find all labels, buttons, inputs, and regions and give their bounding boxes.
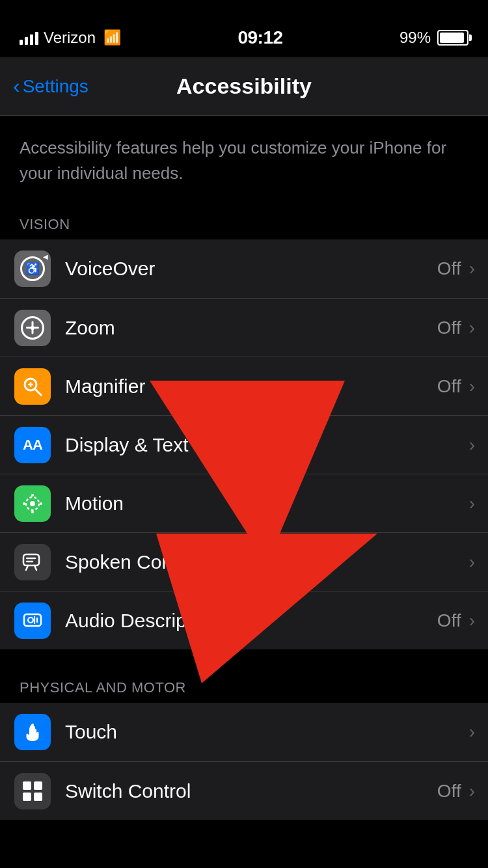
magnifier-row[interactable]: Magnifier Off › [0,357,488,415]
voiceover-row[interactable]: ♿ VoiceOver Off › [0,239,488,298]
zoom-chevron-icon: › [469,318,475,338]
spoken-content-row[interactable]: Spoken Content › [0,532,488,591]
switch-control-chevron-icon: › [469,781,475,802]
switch-control-value: Off [437,781,461,802]
spoken-content-label: Spoken Content [65,551,205,573]
vision-section-header: VISION [0,206,488,239]
svg-point-7 [31,511,34,513]
status-right: 99% [400,29,468,47]
voiceover-label: VoiceOver [65,258,155,280]
touch-icon [14,714,51,750]
display-text-chevron-icon: › [469,435,475,455]
magnifier-value: Off [437,376,461,397]
voiceover-chevron-icon: › [469,258,475,279]
signal-bars-icon [20,31,38,45]
magnifier-svg-icon [22,376,43,397]
audio-descriptions-icon [14,603,51,639]
display-text-label: Display & Text Size [65,434,232,456]
svg-point-14 [28,617,33,623]
motion-row[interactable]: Motion › [0,474,488,532]
zoom-icon [14,310,51,346]
switch-control-grid-icon [23,781,42,801]
svg-point-6 [31,494,34,496]
touch-row[interactable]: Touch › [0,703,488,761]
motion-label: Motion [65,493,124,515]
svg-line-1 [35,389,41,395]
magnifier-chevron-icon: › [469,376,475,397]
navigation-bar: ‹ Settings Accessibility [0,57,488,116]
vision-settings-group: ♿ VoiceOver Off › Zoom [0,239,488,649]
carrier-label: Verizon [44,29,96,47]
motion-chevron-icon: › [469,493,475,514]
svg-point-5 [30,501,35,506]
audio-descriptions-value: Off [437,610,461,631]
svg-rect-10 [23,554,39,565]
svg-point-8 [23,502,25,505]
status-bar: Verizon 📶 09:12 99% [0,0,488,57]
magnifier-icon [14,368,51,405]
svg-point-9 [40,502,42,505]
zoom-label: Zoom [65,317,115,339]
zoom-value: Off [437,318,461,338]
description-section: Accessibility features help you customiz… [0,116,488,206]
motion-svg-icon [21,493,44,515]
page-title: Accessibility [176,74,312,99]
voiceover-icon: ♿ [14,251,51,287]
status-time: 09:12 [237,27,282,48]
physical-motor-section-label: PHYSICAL AND MOTOR [20,679,186,696]
switch-control-label: Switch Control [65,780,191,802]
audio-desc-svg-icon [21,610,44,632]
wifi-icon: 📶 [103,29,121,46]
description-text: Accessibility features help you customiz… [20,135,468,186]
status-left: Verizon 📶 [20,29,121,47]
physical-motor-settings-group: Touch › Switch Control Off › [0,703,488,820]
touch-svg-icon [21,721,44,743]
motion-icon [14,485,51,522]
back-chevron-icon: ‹ [13,75,20,96]
spoken-content-chevron-icon: › [469,552,475,573]
back-button[interactable]: ‹ Settings [13,76,88,97]
spoken-content-svg-icon [21,551,44,573]
audio-descriptions-label: Audio Descriptions [65,610,228,632]
voiceover-value: Off [437,258,461,279]
spoken-content-icon [14,544,51,580]
zoom-row[interactable]: Zoom Off › [0,298,488,357]
touch-label: Touch [65,721,117,743]
audio-descriptions-chevron-icon: › [469,610,475,631]
touch-chevron-icon: › [469,722,475,742]
vision-section-label: VISION [20,216,70,232]
display-text-size-row[interactable]: AA Display & Text Size › [0,415,488,474]
display-text-icon: AA [14,427,51,463]
back-label: Settings [23,76,88,97]
battery-percentage: 99% [400,29,431,47]
magnifier-label: Magnifier [65,375,145,398]
section-spacer [0,649,488,669]
switch-control-icon [14,773,51,809]
battery-icon [437,30,468,46]
audio-descriptions-row[interactable]: Audio Descriptions Off › [0,591,488,649]
physical-motor-section-header: PHYSICAL AND MOTOR [0,669,488,703]
switch-control-row[interactable]: Switch Control Off › [0,761,488,820]
